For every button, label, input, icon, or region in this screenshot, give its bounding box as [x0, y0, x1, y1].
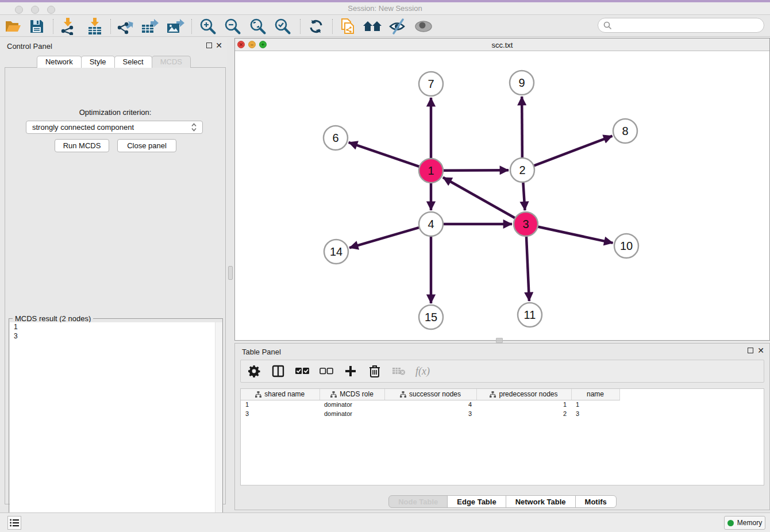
column-type-icon	[400, 391, 406, 398]
network-canvas[interactable]: 7968124314101511	[235, 51, 769, 340]
export-table-icon[interactable]	[140, 17, 160, 36]
graph-node-label: 9	[518, 76, 525, 89]
column-header[interactable]: predecessor nodes	[476, 389, 571, 400]
close-panel-button[interactable]: Close panel	[117, 139, 176, 152]
graph-node-label: 8	[622, 125, 628, 137]
status-bar: Memory	[0, 512, 770, 532]
graph-node-10[interactable]: 10	[614, 234, 638, 258]
search-input[interactable]	[612, 21, 764, 30]
graph-node-label: 7	[428, 78, 434, 90]
list-item[interactable]: 3	[10, 331, 222, 341]
table-header-row: shared name MCDS role successor nodes pr…	[241, 389, 619, 400]
import-network-icon[interactable]	[58, 17, 78, 36]
table-tabs: Node TableEdge TableNetwork TableMotifs	[235, 495, 769, 508]
toolbar-separator	[300, 19, 301, 34]
graph-node-2[interactable]: 2	[510, 158, 534, 182]
memory-button[interactable]: Memory	[724, 516, 765, 530]
float-panel-icon[interactable]	[206, 43, 212, 48]
zoom-selected-icon[interactable]	[273, 17, 292, 36]
add-column-icon[interactable]	[343, 364, 358, 379]
graph-node-9[interactable]: 9	[510, 71, 534, 95]
control-panel: Control Panel ✕ NetworkStyleSelectMCDS O…	[0, 38, 227, 506]
tab-mcds[interactable]: MCDS	[152, 56, 191, 68]
tab-network[interactable]: Network	[37, 56, 82, 68]
result-list-scrollbar[interactable]	[215, 322, 222, 532]
optimization-criterion-dropdown[interactable]: strongly connected component	[26, 121, 203, 134]
network-window-titlebar[interactable]: ✕ − + scc.txt	[235, 38, 769, 51]
open-session-icon[interactable]	[3, 17, 23, 36]
save-session-icon[interactable]	[27, 17, 47, 36]
graph-edge-1-2[interactable]	[443, 170, 509, 171]
select-all-checks-icon[interactable]	[295, 364, 310, 379]
home-layout-icon[interactable]	[363, 17, 382, 36]
graph-edge-3-11[interactable]	[526, 236, 529, 301]
close-panel-icon[interactable]: ✕	[215, 41, 222, 50]
graph-node-label: 2	[519, 164, 525, 176]
graph-edge-2-3[interactable]	[523, 182, 525, 210]
memory-label: Memory	[737, 519, 762, 527]
close-table-panel-icon[interactable]: ✕	[757, 346, 764, 355]
export-image-icon[interactable]	[165, 17, 185, 36]
toolbar-separator	[332, 19, 333, 34]
column-header[interactable]: MCDS role	[319, 389, 384, 400]
zoom-fit-icon[interactable]	[248, 17, 268, 36]
show-all-icon[interactable]	[414, 17, 433, 36]
mcds-tab-panel: Optimization criterion: strongly connect…	[5, 67, 226, 504]
list-item[interactable]: 1	[10, 322, 222, 331]
tab-motifs[interactable]: Motifs	[575, 495, 617, 508]
graph-node-7[interactable]: 7	[419, 72, 443, 96]
column-header[interactable]: shared name	[241, 389, 319, 400]
mcds-result-list[interactable]: 1 3	[10, 322, 222, 532]
zoom-out-icon[interactable]	[223, 17, 242, 36]
table-splitter-grip[interactable]	[496, 340, 503, 343]
tab-style[interactable]: Style	[81, 56, 115, 68]
graph-edge-3-10[interactable]	[538, 226, 613, 242]
graph-node-label: 14	[330, 245, 342, 258]
table-row[interactable]: 3 dominator 3 2 3	[241, 409, 619, 418]
hide-selected-icon[interactable]	[388, 17, 407, 36]
export-network-icon[interactable]	[116, 17, 135, 36]
graph-node-label: 15	[425, 311, 437, 323]
column-header[interactable]: successor nodes	[384, 389, 476, 400]
search-field[interactable]	[598, 18, 764, 33]
graph-node-11[interactable]: 11	[518, 303, 542, 327]
delete-column-icon[interactable]	[367, 364, 382, 379]
graph-node-14[interactable]: 14	[324, 240, 348, 264]
tab-select[interactable]: Select	[114, 56, 152, 68]
toolbar-separator	[53, 19, 53, 34]
copy-network-icon[interactable]	[338, 17, 357, 36]
graph-edge-4-14[interactable]	[349, 228, 419, 248]
graph-edge-2-8[interactable]	[534, 136, 613, 166]
table-row[interactable]: 1 dominator 4 1 1	[241, 400, 619, 409]
tab-edge-table[interactable]: Edge Table	[447, 495, 506, 508]
clear-checks-icon[interactable]	[319, 364, 334, 379]
graph-node-6[interactable]: 6	[324, 126, 348, 150]
vertical-splitter-grip[interactable]	[228, 266, 233, 280]
split-columns-icon[interactable]	[271, 364, 286, 379]
import-table-icon[interactable]	[85, 17, 105, 36]
float-table-panel-icon[interactable]	[748, 348, 753, 353]
table-panel: Table Panel ✕ f(x)	[234, 343, 770, 510]
gear-icon[interactable]	[247, 364, 261, 379]
run-mcds-button[interactable]: Run MCDS	[55, 139, 109, 152]
graph-node-4[interactable]: 4	[419, 212, 443, 236]
zoom-in-icon[interactable]	[198, 17, 218, 36]
graph-edge-3-1[interactable]	[443, 178, 515, 218]
column-header[interactable]: name	[571, 389, 619, 400]
dropdown-selected-value: strongly connected component	[32, 123, 191, 132]
node-table[interactable]: shared name MCDS role successor nodes pr…	[240, 388, 764, 485]
graph-node-label: 11	[524, 309, 536, 321]
graph-node-15[interactable]: 15	[419, 305, 443, 329]
graph-node-3[interactable]: 3	[514, 212, 538, 236]
task-history-button[interactable]	[7, 516, 21, 530]
refresh-icon[interactable]	[306, 17, 326, 36]
table-toolbar: f(x)	[240, 360, 764, 383]
tab-node-table[interactable]: Node Table	[388, 495, 448, 508]
graph-node-8[interactable]: 8	[613, 119, 637, 143]
graph-node-1[interactable]: 1	[419, 159, 443, 183]
tab-network-table[interactable]: Network Table	[506, 495, 576, 508]
graph-edge-1-6[interactable]	[349, 142, 419, 167]
graph-edge-2-9[interactable]	[522, 97, 522, 158]
chevron-up-down-icon	[191, 123, 197, 132]
memory-status-icon	[727, 520, 734, 526]
